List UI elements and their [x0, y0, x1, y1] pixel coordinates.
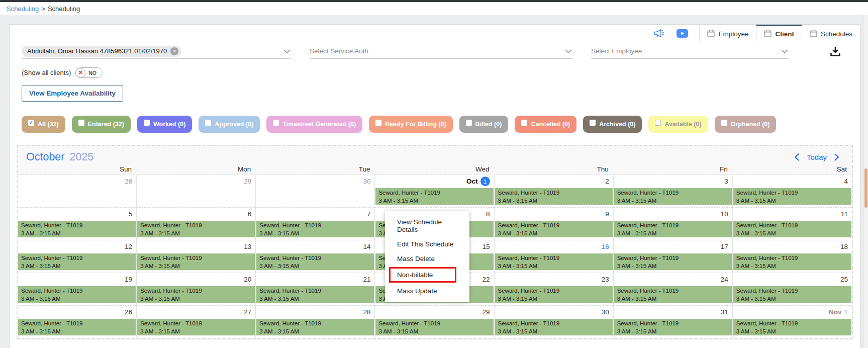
menu-item-view-schedule-details[interactable]: View Schedule Details: [385, 215, 469, 237]
checkbox-icon[interactable]: [144, 120, 150, 126]
schedule-event[interactable]: Seward, Hunter - T10193 AM - 3:15 AM: [614, 253, 732, 270]
checkbox-icon[interactable]: [375, 120, 381, 126]
menu-item-non-billable[interactable]: Non-billable: [389, 267, 456, 283]
calendar-cell-5[interactable]: 5Seward, Hunter - T10193 AM - 3:15 AM: [18, 208, 137, 240]
status-filter-entered[interactable]: Entered (32): [72, 116, 131, 133]
youtube-icon[interactable]: [677, 29, 688, 38]
tab-client[interactable]: Client: [756, 25, 802, 42]
tab-employee[interactable]: Employee: [699, 25, 756, 42]
calendar-cell-7[interactable]: 7Seward, Hunter - T10193 AM - 3:15 AM: [256, 208, 375, 240]
checkbox-icon[interactable]: [590, 120, 596, 126]
remove-client-icon[interactable]: ✕: [170, 47, 178, 55]
calendar-cell-29[interactable]: 29: [137, 175, 256, 208]
status-filter-billed[interactable]: Billed (0): [459, 116, 509, 133]
tab-schedules[interactable]: Schedules: [802, 25, 860, 42]
calendar-cell-29[interactable]: 29Seward, Hunter - T10193 AM - 3:15 AM: [375, 306, 494, 338]
status-filter-archived[interactable]: Archived (0): [583, 116, 642, 133]
schedule-event[interactable]: Seward, Hunter - T10193 AM - 3:15 AM: [733, 188, 851, 205]
schedule-event[interactable]: Seward, Hunter - T10193 AM - 3:15 AM: [495, 319, 613, 335]
schedule-event[interactable]: Seward, Hunter - T10193 AM - 3:15 AM: [256, 253, 374, 270]
status-filter-all[interactable]: ✓All (32): [22, 116, 65, 133]
status-filter-ready-for-billing[interactable]: Ready For Billing (0): [369, 116, 453, 133]
checkbox-icon[interactable]: [655, 120, 661, 126]
calendar-cell-6[interactable]: 6Seward, Hunter - T10193 AM - 3:15 AM: [137, 208, 256, 240]
schedule-event[interactable]: Seward, Hunter - T10193 AM - 3:15 AM: [256, 286, 374, 303]
calendar-cell-18[interactable]: 18Seward, Hunter - T10193 AM - 3:15 AM: [733, 240, 852, 273]
schedule-event[interactable]: Seward, Hunter - T10193 AM - 3:15 AM: [495, 221, 613, 237]
schedule-event[interactable]: Seward, Hunter - T10193 AM - 3:15 AM: [256, 319, 374, 335]
schedule-event[interactable]: Seward, Hunter - T10193 AM - 3:15 AM: [18, 319, 136, 335]
schedule-event[interactable]: Seward, Hunter - T10193 AM - 3:15 AM: [375, 319, 493, 335]
status-filter-available[interactable]: Available (0): [648, 116, 708, 133]
checkbox-icon[interactable]: [521, 120, 527, 126]
checkbox-icon[interactable]: [78, 120, 84, 126]
calendar-cell-19[interactable]: 19Seward, Hunter - T10193 AM - 3:15 AM: [18, 273, 137, 306]
checkbox-icon[interactable]: [273, 120, 279, 126]
megaphone-icon[interactable]: [654, 29, 664, 38]
calendar-cell-16[interactable]: 16Seward, Hunter - T10193 AM - 3:15 AM: [495, 240, 614, 273]
calendar-cell-27[interactable]: 27Seward, Hunter - T10193 AM - 3:15 AM: [137, 306, 256, 338]
checkbox-checked-icon[interactable]: ✓: [28, 120, 34, 126]
calendar-cell-13[interactable]: 13Seward, Hunter - T10193 AM - 3:15 AM: [137, 240, 256, 273]
schedule-event[interactable]: Seward, Hunter - T10193 AM - 3:15 AM: [495, 188, 613, 205]
checkbox-icon[interactable]: [205, 120, 211, 126]
calendar-cell-12[interactable]: 12Seward, Hunter - T10193 AM - 3:15 AM: [18, 240, 137, 273]
schedule-event[interactable]: Seward, Hunter - T10193 AM - 3:15 AM: [614, 188, 732, 205]
calendar-cell-28[interactable]: 28Seward, Hunter - T10193 AM - 3:15 AM: [256, 306, 375, 338]
schedule-event[interactable]: Seward, Hunter - T10193 AM - 3:15 AM: [18, 253, 136, 270]
calendar-cell-4[interactable]: 4Seward, Hunter - T10193 AM - 3:15 AM: [733, 175, 852, 208]
client-select[interactable]: Abdullahi, Omar Hassan 478596321 01/02/1…: [22, 44, 291, 59]
checkbox-icon[interactable]: [466, 120, 472, 126]
schedule-event[interactable]: Seward, Hunter - T10193 AM - 3:15 AM: [733, 286, 851, 303]
schedule-event[interactable]: Seward, Hunter - T10193 AM - 3:15 AM: [137, 253, 255, 270]
status-filter-worked[interactable]: Worked (0): [137, 116, 192, 133]
checkbox-icon[interactable]: [721, 120, 727, 126]
schedule-event[interactable]: Seward, Hunter - T10193 AM - 3:15 AM: [733, 253, 851, 270]
calendar-cell-26[interactable]: 26Seward, Hunter - T10193 AM - 3:15 AM: [18, 306, 137, 338]
menu-item-mass-delete[interactable]: Mass Delete: [385, 251, 469, 266]
schedule-event[interactable]: Seward, Hunter - T10193 AM - 3:15 AM: [18, 286, 136, 303]
calendar-cell-11[interactable]: 11Seward, Hunter - T10193 AM - 3:15 AM: [733, 208, 852, 240]
calendar-cell-nov-1[interactable]: Nov1Seward, Hunter - T10193 AM - 3:15 AM: [733, 306, 852, 338]
calendar-cell-2[interactable]: 2Seward, Hunter - T10193 AM - 3:15 AM: [495, 175, 614, 208]
calendar-cell-31[interactable]: 31Seward, Hunter - T10193 AM - 3:15 AM: [614, 306, 733, 338]
calendar-cell-25[interactable]: 25Seward, Hunter - T10193 AM - 3:15 AM: [733, 273, 852, 306]
calendar-cell-23[interactable]: 23Seward, Hunter - T10193 AM - 3:15 AM: [495, 273, 614, 306]
calendar-cell-30[interactable]: 30Seward, Hunter - T10193 AM - 3:15 AM: [495, 306, 614, 338]
calendar-cell-3[interactable]: 3Seward, Hunter - T10193 AM - 3:15 AM: [614, 175, 733, 208]
breadcrumb-link-scheduling[interactable]: Scheduling: [7, 5, 39, 13]
calendar-cell-17[interactable]: 17Seward, Hunter - T10193 AM - 3:15 AM: [614, 240, 733, 273]
calendar-cell-24[interactable]: 24Seward, Hunter - T10193 AM - 3:15 AM: [614, 273, 733, 306]
menu-item-edit-this-schedule[interactable]: Edit This Schedule: [385, 237, 469, 251]
calendar-cell-9[interactable]: 9Seward, Hunter - T10193 AM - 3:15 AM: [495, 208, 614, 240]
next-month-icon[interactable]: [834, 153, 839, 161]
show-all-clients-toggle[interactable]: ✕ NO: [75, 67, 103, 78]
schedule-event[interactable]: Seward, Hunter - T10193 AM - 3:15 AM: [614, 286, 732, 303]
scrollbar-thumb[interactable]: [864, 168, 867, 208]
service-auth-select[interactable]: Select Service Auth: [310, 44, 572, 59]
download-icon[interactable]: [830, 46, 841, 57]
calendar-cell-oct-1[interactable]: Oct1Seward, Hunter - T10193 AM - 3:15 AM: [375, 175, 494, 208]
schedule-event[interactable]: Seward, Hunter - T10193 AM - 3:15 AM: [18, 221, 136, 237]
today-button[interactable]: Today: [807, 153, 827, 161]
view-employee-availability-button[interactable]: View Employee Availability: [22, 85, 123, 102]
schedule-event[interactable]: Seward, Hunter - T10193 AM - 3:15 AM: [137, 319, 255, 335]
schedule-event[interactable]: Seward, Hunter - T10193 AM - 3:15 AM: [495, 253, 613, 270]
calendar-cell-10[interactable]: 10Seward, Hunter - T10193 AM - 3:15 AM: [614, 208, 733, 240]
schedule-event[interactable]: Seward, Hunter - T10193 AM - 3:15 AM: [495, 286, 613, 303]
schedule-event[interactable]: Seward, Hunter - T10193 AM - 3:15 AM: [733, 221, 851, 237]
calendar-cell-20[interactable]: 20Seward, Hunter - T10193 AM - 3:15 AM: [137, 273, 256, 306]
schedule-event[interactable]: Seward, Hunter - T10193 AM - 3:15 AM: [733, 319, 851, 335]
employee-select[interactable]: Select Employee: [591, 44, 788, 59]
prev-month-icon[interactable]: [794, 153, 799, 161]
scrollbar-track[interactable]: [863, 15, 868, 348]
calendar-cell-14[interactable]: 14Seward, Hunter - T10193 AM - 3:15 AM: [256, 240, 375, 273]
calendar-cell-28[interactable]: 28: [18, 175, 137, 208]
status-filter-approved[interactable]: Approved (0): [199, 116, 260, 133]
schedule-event[interactable]: Seward, Hunter - T10193 AM - 3:15 AM: [614, 221, 732, 237]
calendar-cell-30[interactable]: 30: [256, 175, 375, 208]
schedule-event[interactable]: Seward, Hunter - T10193 AM - 3:15 AM: [137, 286, 255, 303]
status-filter-cancelled[interactable]: Cancelled (0): [515, 116, 576, 133]
menu-item-mass-update[interactable]: Mass Update: [385, 284, 469, 298]
status-filter-timesheet-generated[interactable]: Timesheet Generated (0): [266, 116, 362, 133]
